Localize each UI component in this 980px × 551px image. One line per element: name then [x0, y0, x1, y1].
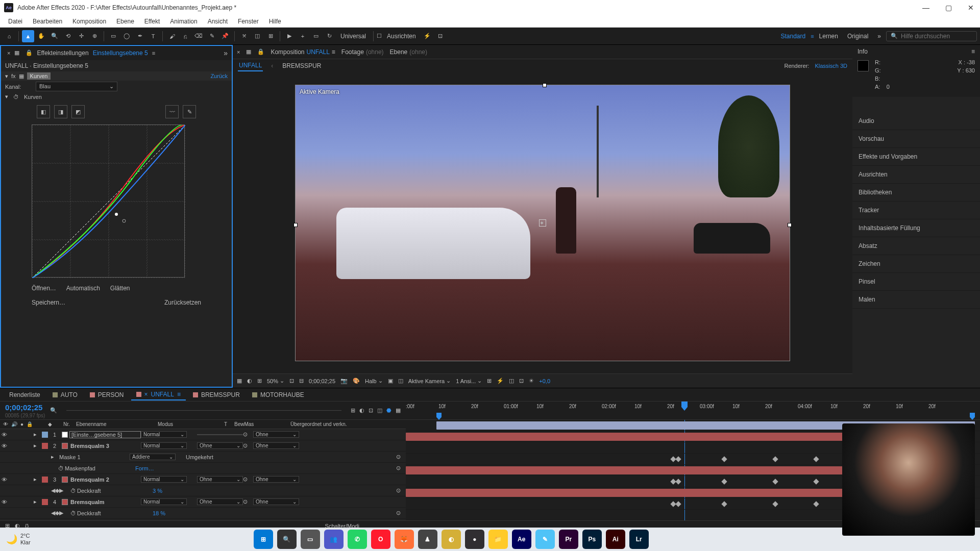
stopwatch-icon[interactable]: ⏱ [13, 94, 19, 100]
taskbar-start-icon[interactable]: ⊞ [254, 530, 273, 549]
viewer-timecode[interactable]: 0;00;02;25 [309, 378, 335, 384]
timeline-tab-bremsspur[interactable]: BREMSSPUR [188, 390, 245, 400]
twirl-icon[interactable]: ▸ [34, 431, 41, 438]
layer-name[interactable]: Bremsqualm 2 [69, 477, 141, 483]
col-audio-icon[interactable]: 🔊 [11, 421, 17, 427]
layer-row[interactable]: 👁 ▸ 4 Bremsqualm Normal⌄ Ohne⌄ ⊙ Ohne⌄ [0, 496, 406, 508]
keyframe-icon[interactable] [772, 501, 778, 507]
weather-widget[interactable]: 🌙 2°C Klar [6, 533, 31, 546]
curves-reset-button[interactable]: Zurücksetzen [164, 299, 201, 306]
taskbar-whatsapp-icon[interactable]: ✆ [348, 530, 367, 549]
twirl-icon[interactable]: ▸ [34, 442, 41, 449]
rect-tool-icon[interactable]: ▭ [107, 30, 119, 42]
layer-color-icon[interactable] [42, 432, 48, 438]
comp-tab-footage[interactable]: Footage (ohne) [341, 48, 384, 56]
timeline-tab-renderliste[interactable]: Renderliste [4, 390, 45, 400]
panel-zeichen[interactable]: Zeichen [852, 255, 980, 273]
workspace-lernen[interactable]: Lernen [815, 33, 842, 40]
tl-tool-1-icon[interactable]: ⊞ [351, 407, 355, 414]
parent-link-icon[interactable]: ⊙ [243, 442, 253, 449]
help-search[interactable]: 🔍 [886, 31, 977, 41]
curves-save-button[interactable]: Speichern… [32, 299, 65, 306]
selection-tool-icon[interactable]: ▲ [22, 30, 34, 42]
taskbar-ae-icon[interactable]: Ae [512, 530, 531, 549]
layer-name[interactable]: Bremsqualm [69, 499, 141, 505]
tab-menu-icon[interactable]: ≡ [332, 48, 335, 56]
menu-komposition[interactable]: Komposition [67, 17, 111, 26]
mode-dropdown[interactable]: Normal⌄ [141, 431, 187, 438]
curve-linear-icon[interactable]: ◧ [37, 105, 50, 118]
twirl-icon[interactable]: ▸ [51, 454, 58, 460]
taskbar-taskview-icon[interactable]: ▭ [301, 530, 320, 549]
curve-hold-icon[interactable]: ◩ [71, 105, 85, 118]
keyframe-icon[interactable] [772, 479, 778, 484]
curve-bezier-icon[interactable]: ◨ [54, 105, 67, 118]
lock-icon[interactable]: 🔒 [26, 49, 33, 57]
exposure-icon[interactable]: ☀ [529, 378, 534, 384]
taskbar-explorer-icon[interactable]: 📁 [488, 530, 508, 549]
layer-color-icon[interactable] [42, 477, 48, 483]
layer-name[interactable]: Bremsqualm 3 [69, 443, 141, 449]
col-label-icon[interactable]: ◆ [46, 421, 61, 427]
layer-name[interactable]: [Einste…gsebene 5] [69, 431, 141, 438]
timeline-tab-unfall[interactable]: ×UNFALL ≡ [131, 389, 186, 400]
layer-row[interactable]: 👁 ▸ 3 Bremsqualm 2 Normal⌄ Ohne⌄ ⊙ Ohne⌄ [0, 474, 406, 485]
taskbar-firefox-icon[interactable]: 🦊 [395, 530, 414, 549]
timeline-playhead[interactable] [681, 402, 688, 411]
tab-close-icon[interactable]: × [7, 50, 10, 56]
taskbar-lr-icon[interactable]: Lr [629, 530, 649, 549]
axis-icon[interactable]: ⤧ [238, 30, 250, 42]
inverted-label[interactable]: Umgekehrt [186, 454, 213, 460]
zoom-dropdown[interactable]: 50% ⌄ [267, 378, 284, 384]
taskbar-obs-icon[interactable]: ● [465, 530, 484, 549]
fx-twirl-icon[interactable]: ▾ [5, 73, 8, 80]
expression-link-icon[interactable]: ⊙ [396, 487, 401, 494]
comp-tab-close-icon[interactable]: × [237, 49, 240, 55]
exposure-value[interactable]: +0,0 [539, 378, 550, 384]
expression-link-icon[interactable]: ⊙ [396, 465, 401, 471]
effects-tab-label[interactable]: Effekteinstellungen [37, 49, 88, 57]
keyframe-icon[interactable] [772, 456, 778, 462]
eraser-tool-icon[interactable]: ⌫ [192, 30, 205, 42]
stopwatch-icon[interactable]: ⏱ [70, 510, 76, 516]
layer-row[interactable]: ◀◆▶ ⏱ Deckkraft 18 % ⊙ [0, 508, 406, 519]
visibility-icon[interactable]: 👁 [0, 432, 8, 438]
work-area-start[interactable] [436, 413, 442, 420]
curves-smooth-button[interactable]: Glätten [110, 285, 130, 292]
panel-bibliotheken[interactable]: Bibliotheken [852, 184, 980, 202]
maximize-button[interactable]: ▢ [943, 4, 953, 12]
minimize-button[interactable]: — [921, 4, 931, 12]
keyframe-icon[interactable] [813, 456, 819, 462]
menu-hilfe[interactable]: Hilfe [264, 17, 286, 26]
resolution-dropdown[interactable]: Halb ⌄ [365, 378, 383, 384]
mode-dropdown[interactable]: Normal⌄ [141, 442, 187, 449]
timeline-timecode[interactable]: 0;00;02;25 [5, 403, 45, 412]
guides-icon[interactable]: ⊞ [257, 378, 262, 384]
tab-menu-icon[interactable]: ≡ [152, 50, 155, 56]
visibility-icon[interactable]: 👁 [0, 477, 8, 483]
roto-tool-icon[interactable]: ✎ [206, 30, 218, 42]
text-tool-icon[interactable]: T [147, 30, 159, 42]
property-name[interactable]: Deckkraft [76, 510, 148, 516]
puppet-tool-icon[interactable]: 📌 [219, 30, 231, 42]
snapshot-icon[interactable]: ⊟ [299, 378, 304, 384]
parent-dropdown[interactable]: Ohne⌄ [253, 476, 299, 483]
grid-icon[interactable]: ⊡ [434, 30, 447, 42]
fast-icon[interactable]: ⚡ [497, 378, 504, 384]
layer-row[interactable]: ◀◆▶ ⏱ Deckkraft 3 % ⊙ [0, 485, 406, 496]
refresh-icon[interactable]: ↻ [323, 30, 335, 42]
keyframe-icon[interactable] [721, 456, 727, 462]
layer-row[interactable]: ⏱ Maskenpfad Form… ⊙ [0, 463, 406, 474]
workspace-menu-icon[interactable]: ≡ [811, 33, 814, 39]
tab-close-icon[interactable]: × [144, 391, 148, 398]
visibility-icon[interactable]: 👁 [0, 499, 8, 505]
ausrichten-checkbox[interactable]: ☐ [377, 33, 382, 39]
property-name[interactable]: Deckkraft [76, 488, 148, 494]
curves-open-button[interactable]: Öffnen… [32, 285, 56, 292]
taskbar-app2-icon[interactable]: ◐ [442, 530, 461, 549]
menu-animation[interactable]: Animation [165, 17, 202, 26]
panel-ausrichten[interactable]: Ausrichten [852, 166, 980, 184]
keyframe-icon[interactable] [721, 501, 727, 507]
timeline-tab-auto[interactable]: AUTO [47, 390, 83, 400]
fx-name[interactable]: Kurven [27, 72, 51, 80]
